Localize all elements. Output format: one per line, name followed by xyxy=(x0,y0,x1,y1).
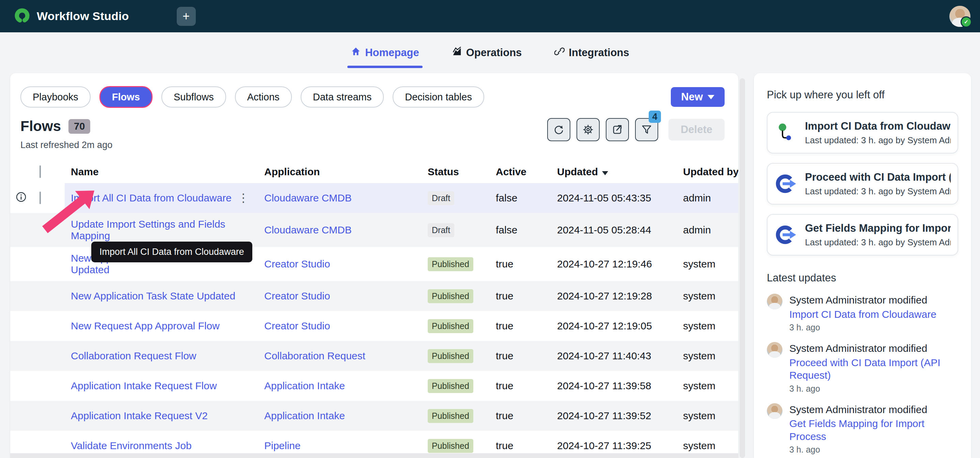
tab-operations[interactable]: Operations xyxy=(450,43,523,63)
user-avatar[interactable]: ✓ xyxy=(949,6,970,27)
pill-subflows[interactable]: Subflows xyxy=(161,86,226,108)
update-time: 3 h. ago xyxy=(789,384,958,394)
kebab-menu-icon[interactable]: ⋮ xyxy=(238,193,249,203)
pickup-card[interactable]: Get Fields Mapping for Import...Last upd… xyxy=(767,214,958,255)
entity-type-pills: PlaybooksFlowsSubflowsActionsData stream… xyxy=(10,73,738,108)
update-item: System Administrator modifiedImport CI D… xyxy=(767,294,958,333)
active-value: true xyxy=(490,375,552,397)
updated-by-value: admin xyxy=(678,219,738,241)
table-header-row: Name Application Status Active Updated U… xyxy=(10,161,738,183)
refresh-button[interactable] xyxy=(547,118,570,141)
flow-name-link[interactable]: New Application Task State Updated xyxy=(71,290,235,302)
pickup-card-title: Import CI Data from Cloudaw... xyxy=(805,120,951,132)
top-navbar: Workflow Studio + ✓ xyxy=(0,0,980,32)
pickup-heading: Pick up where you left off xyxy=(767,89,958,101)
update-flow-link[interactable]: Proceed with CI Data Import (API Request… xyxy=(789,356,958,382)
updated-by-value: admin xyxy=(678,187,738,209)
new-button[interactable]: New xyxy=(671,87,725,107)
chart-icon xyxy=(452,46,462,59)
application-link[interactable]: Creator Studio xyxy=(264,320,330,331)
pill-flows[interactable]: Flows xyxy=(99,86,153,108)
active-value: true xyxy=(490,315,552,337)
delete-button[interactable]: Delete xyxy=(668,119,725,141)
status-badge: Draft xyxy=(428,223,454,237)
update-item: System Administrator modifiedProceed wit… xyxy=(767,342,958,394)
column-header-active[interactable]: Active xyxy=(490,161,552,183)
updated-value: 2024-10-27 11:39:52 xyxy=(552,404,678,427)
application-link[interactable]: Cloudaware CMDB xyxy=(264,192,352,203)
application-link[interactable]: Application Intake xyxy=(264,380,345,391)
tab-homepage[interactable]: Homepage xyxy=(349,43,420,63)
flow-name-link[interactable]: Import All CI Data from Cloudaware xyxy=(71,192,232,204)
column-header-status[interactable]: Status xyxy=(422,161,490,183)
exit-arrow-icon xyxy=(767,173,805,195)
pickup-card[interactable]: Import CI Data from Cloudaw...Last updat… xyxy=(767,112,958,154)
update-flow-link[interactable]: Get Fields Mapping for Import Process xyxy=(789,417,958,443)
update-actor-text: System Administrator modified xyxy=(789,342,958,355)
flow-node-icon xyxy=(767,122,805,143)
pill-actions[interactable]: Actions xyxy=(235,86,292,108)
flow-name-link[interactable]: Validate Environments Job xyxy=(71,440,192,452)
filter-button[interactable]: 4 xyxy=(635,118,658,141)
application-link[interactable]: Creator Studio xyxy=(264,258,330,269)
column-header-updated-by[interactable]: Updated by xyxy=(678,161,738,183)
column-header-updated[interactable]: Updated xyxy=(552,161,678,183)
settings-button[interactable] xyxy=(576,118,600,141)
exit-arrow-icon xyxy=(767,224,805,246)
row-checkbox[interactable] xyxy=(40,192,41,204)
application-link[interactable]: Collaboration Request xyxy=(264,350,365,361)
info-icon[interactable] xyxy=(16,193,27,204)
table-body: Import All CI Data from Cloudaware⋮Cloud… xyxy=(10,183,738,458)
updated-by-value: system xyxy=(678,253,738,275)
tab-integrations[interactable]: Integrations xyxy=(553,43,630,63)
row-tooltip: Import All CI Data from Cloudaware xyxy=(91,242,252,262)
pill-playbooks[interactable]: Playbooks xyxy=(21,86,91,108)
filter-icon xyxy=(641,124,653,136)
update-actor-text: System Administrator modified xyxy=(789,294,958,307)
update-flow-link[interactable]: Import CI Data from Cloudaware xyxy=(789,308,958,321)
application-link[interactable]: Cloudaware CMDB xyxy=(264,224,352,236)
tab-label: Operations xyxy=(466,47,522,59)
refresh-icon xyxy=(553,124,565,135)
flow-name-link[interactable]: Application Intake Request V2 xyxy=(71,410,208,422)
active-value: false xyxy=(490,219,552,241)
pickup-card-list: Import CI Data from Cloudaw...Last updat… xyxy=(767,112,958,255)
pill-data-streams[interactable]: Data streams xyxy=(301,86,384,108)
page-title: Flows xyxy=(21,118,61,135)
gear-icon xyxy=(582,124,594,136)
chevron-down-icon xyxy=(708,95,714,99)
app-logo-icon xyxy=(14,8,30,25)
flows-panel: PlaybooksFlowsSubflowsActionsData stream… xyxy=(10,73,738,458)
flow-name-link[interactable]: Application Intake Request Flow xyxy=(71,380,217,391)
active-value: true xyxy=(490,434,552,457)
export-button[interactable] xyxy=(606,118,629,141)
updated-value: 2024-10-27 12:19:28 xyxy=(552,285,678,307)
pill-decision-tables[interactable]: Decision tables xyxy=(393,86,484,108)
pickup-card-subtitle: Last updated: 3 h. ago by System Adminis… xyxy=(805,135,951,146)
table-row: Application Intake Request FlowApplicati… xyxy=(10,371,738,401)
updated-by-value: system xyxy=(678,434,738,457)
table-row: New Application Task State UpdatedCreato… xyxy=(10,281,738,311)
pickup-card-subtitle: Last updated: 3 h. ago by System Adminis… xyxy=(805,186,951,197)
home-icon xyxy=(351,46,361,59)
application-link[interactable]: Application Intake xyxy=(264,410,345,421)
select-all-checkbox[interactable] xyxy=(40,165,41,178)
column-header-name[interactable]: Name xyxy=(58,161,259,183)
flow-name-link[interactable]: Update Import Settings and Fields Mappin… xyxy=(71,219,253,242)
column-header-application[interactable]: Application xyxy=(259,161,422,183)
pickup-card[interactable]: Proceed with CI Data Import (...Last upd… xyxy=(767,163,958,204)
new-workspace-button[interactable]: + xyxy=(177,7,196,26)
vertical-scrollbar[interactable] xyxy=(740,78,745,458)
update-actor-text: System Administrator modified xyxy=(789,403,958,416)
pickup-card-title: Proceed with CI Data Import (... xyxy=(805,171,951,184)
table-row: Validate Environments JobPipelinePublish… xyxy=(10,431,738,458)
flow-name-link[interactable]: New Request App Approval Flow xyxy=(71,320,220,332)
main-tabs: HomepageOperationsIntegrations xyxy=(0,32,980,73)
application-link[interactable]: Pipeline xyxy=(264,440,301,451)
avatar xyxy=(767,294,783,309)
flow-name-link[interactable]: Collaboration Request Flow xyxy=(71,350,196,362)
sort-desc-icon xyxy=(602,171,608,175)
application-link[interactable]: Creator Studio xyxy=(264,290,330,301)
update-item: System Administrator modifiedGet Fields … xyxy=(767,403,958,455)
active-value: true xyxy=(490,253,552,275)
